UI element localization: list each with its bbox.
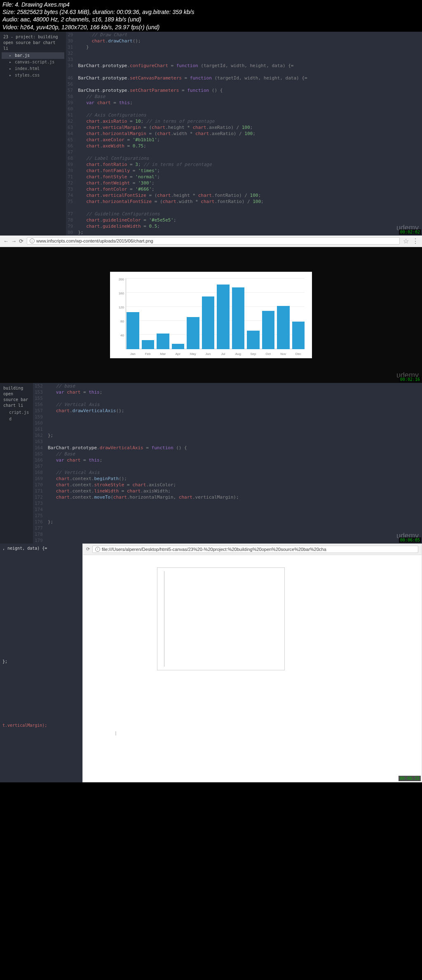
chart-x-label: Sep (247, 352, 260, 356)
panel-editor-1: 23 - project: building open source bar c… (0, 32, 422, 236)
chart-bar (172, 344, 185, 349)
chart-x-label: Jul (217, 352, 230, 356)
canvas-preview (157, 567, 285, 670)
file-tree-item[interactable] (2, 422, 31, 423)
chart-x-label: Jun (202, 352, 215, 356)
project-name[interactable]: 23 - project: building open source bar c… (2, 33, 64, 52)
code-editor[interactable]: // Draw Chart chart.drawChart(); }BarCha… (76, 32, 422, 236)
timestamp: 00:02:02 (399, 229, 421, 235)
info-icon[interactable]: i (30, 238, 35, 243)
chart-bar (262, 311, 275, 349)
chart-x-label: Feb (142, 352, 155, 356)
chart-bar (247, 331, 260, 349)
menu-icon[interactable]: ⋮ (412, 237, 419, 245)
forward-icon[interactable]: → (11, 238, 16, 244)
file-size-line: Size: 25825623 bytes (24.63 MiB), durati… (2, 8, 420, 16)
chart-bar (127, 312, 139, 349)
chart-x-label: Jan (127, 352, 139, 356)
timestamp: 00:08:33 (399, 776, 421, 781)
file-icon: ▸ (9, 59, 13, 65)
info-icon[interactable]: i (95, 547, 100, 552)
chart-bar (187, 317, 199, 349)
text-cursor-icon: I (115, 730, 117, 737)
panel-browser-chart: ← → ⟳ i www.infscripts.com/wp-content/up… (0, 236, 422, 383)
black-footer (0, 782, 422, 840)
file-icon: ▸ (9, 72, 13, 78)
chart-x-label: Apr (172, 352, 185, 356)
file-info: File: 4. Drawing Axes.mp4 Size: 25825623… (0, 0, 422, 32)
file-video-line: Video: h264, yuv420p, 1280x720, 166 kb/s… (2, 23, 420, 31)
address-bar[interactable]: i file:///Users/alperen/Desktop/html5-ca… (92, 546, 418, 553)
chart-x-label: May (187, 352, 199, 356)
chart-x-label: Nov (277, 352, 290, 356)
file-icon: ▸ (9, 53, 13, 58)
star-icon[interactable]: ☆ (403, 237, 409, 245)
file-tree-item[interactable]: ▸bar.js (2, 52, 64, 59)
reload-icon[interactable]: ⟳ (86, 546, 90, 552)
file-icon: ▸ (9, 66, 13, 72)
panel-editor-2: building open source bar chart li cript.… (0, 383, 422, 544)
project-name[interactable]: building open source bar chart li (2, 385, 31, 409)
chart-image: 4080120160200JanFebMarAprMayJunJulAugSep… (110, 272, 312, 358)
file-tree-item[interactable]: cript.js (2, 409, 31, 416)
chart-bar (157, 334, 169, 349)
browser-toolbar: ← → ⟳ i www.infscripts.com/wp-content/up… (0, 236, 422, 247)
timestamp: 00:02:16 (399, 377, 421, 382)
line-gutter: 2930313233344656575859606162636465666768… (66, 32, 76, 236)
file-tree-sidebar: building open source bar chart li cript.… (0, 383, 33, 544)
file-audio-line: Audio: aac, 48000 Hz, 2 channels, s16, 1… (2, 16, 420, 23)
chart-bar (232, 287, 245, 349)
code-editor[interactable]: // base var chart = this; // Vertical Ax… (46, 383, 422, 544)
file-tree-item[interactable]: d (2, 416, 31, 422)
chart-x-label: Mar (157, 352, 169, 356)
reload-icon[interactable]: ⟳ (19, 238, 23, 244)
timestamp: 00:06:05 (399, 537, 421, 543)
chart-bar (217, 285, 230, 349)
chart-x-label: Aug (232, 352, 245, 356)
file-tree-item[interactable]: ▸index.html (2, 65, 64, 72)
file-tree-item[interactable]: ▸styles.css (2, 72, 64, 79)
panel-split: , neignt, data) {= }; t.verticalMargin);… (0, 544, 422, 782)
chart-x-label: Oct (262, 352, 275, 356)
code-snippet-left: , neignt, data) {= }; t.verticalMargin); (0, 544, 82, 782)
back-icon[interactable]: ← (3, 238, 9, 244)
chart-x-label: Dec (292, 352, 305, 356)
line-gutter: 1521531551561571591601611621631641651661… (33, 383, 46, 544)
file-name-line: File: 4. Drawing Axes.mp4 (2, 1, 420, 8)
chart-bar (292, 322, 305, 349)
url-text: file:///Users/alperen/Desktop/html5-canv… (102, 547, 326, 552)
chart-bar (142, 340, 155, 349)
address-bar[interactable]: i www.infscripts.com/wp-content/uploads/… (27, 237, 400, 245)
file-tree-sidebar: 23 - project: building open source bar c… (0, 32, 66, 236)
chart-bar (277, 306, 290, 349)
url-text: www.infscripts.com/wp-content/uploads/20… (36, 238, 153, 243)
file-tree-item[interactable]: ▸canvas-script.js (2, 59, 64, 65)
chart-bar (202, 296, 215, 349)
browser-toolbar: ⟳ i file:///Users/alperen/Desktop/html5-… (83, 544, 422, 555)
